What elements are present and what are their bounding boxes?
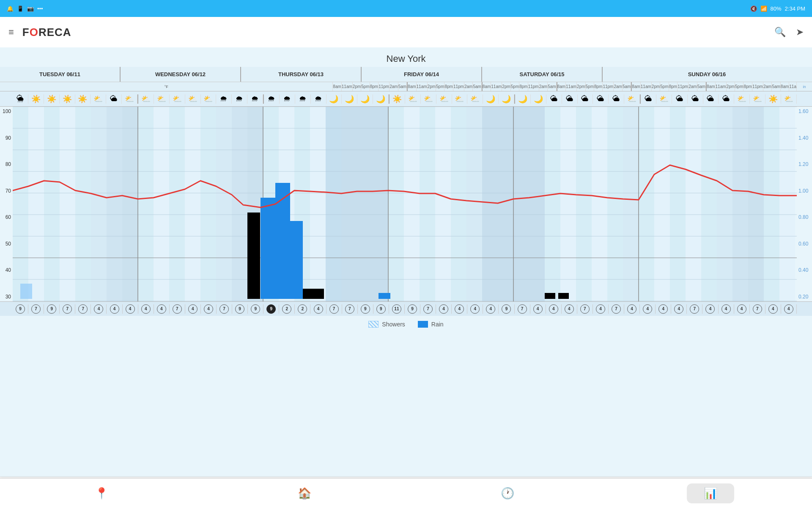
status-bar-left: 🔔 📱 📷 ••• — [7, 6, 43, 12]
svg-rect-72 — [379, 293, 390, 299]
svg-rect-11 — [185, 107, 200, 301]
search-icon[interactable]: 🔍 — [774, 27, 786, 38]
svg-rect-33 — [529, 107, 545, 301]
svg-rect-8 — [138, 107, 154, 301]
day-saturday: SATURDAY 06/15 — [482, 67, 603, 82]
svg-rect-19 — [310, 107, 326, 301]
svg-rect-46 — [732, 107, 748, 301]
chart-svg — [13, 107, 797, 301]
svg-rect-67 — [261, 198, 275, 299]
more-icon: ••• — [37, 6, 43, 12]
svg-rect-34 — [545, 107, 560, 301]
svg-rect-36 — [576, 107, 592, 301]
svg-rect-43 — [686, 107, 701, 301]
status-bar: 🔔 📱 📷 ••• 🔇 📶 80% 2:34 PM — [0, 0, 812, 17]
svg-rect-44 — [701, 107, 717, 301]
svg-rect-28 — [451, 107, 466, 301]
y-axis-right: 1.60 1.40 1.20 1.00 0.80 0.60 0.40 0.20 — [797, 107, 812, 301]
svg-rect-13 — [216, 107, 232, 301]
history-icon: 🕐 — [501, 487, 514, 500]
nav-home[interactable]: 🏠 — [281, 483, 328, 503]
nav-history[interactable]: 🕐 — [484, 483, 531, 503]
city-title: New York — [0, 47, 812, 67]
icons-row: 🌦☀️☀️☀️☀️⛅🌥⛅ ⛅⛅⛅⛅⛅🌧🌧🌧 🌧🌧🌧🌧🌙🌙🌙🌙 ☀️⛅⛅⛅⛅⛅🌙🌙… — [0, 91, 812, 107]
day-friday: FRIDAY 06/14 — [362, 67, 482, 82]
svg-rect-26 — [420, 107, 435, 301]
svg-rect-39 — [623, 107, 639, 301]
svg-rect-23 — [373, 107, 388, 301]
svg-rect-10 — [169, 107, 185, 301]
svg-rect-4 — [75, 107, 91, 301]
svg-rect-32 — [513, 107, 529, 301]
time-label: 2:34 PM — [785, 6, 805, 12]
day-thursday: THURSDAY 06/13 — [241, 67, 362, 82]
svg-rect-1 — [28, 107, 44, 301]
screen-icon: 📱 — [17, 6, 24, 12]
svg-rect-49 — [779, 107, 795, 301]
day-wednesday: WEDNESDAY 06/12 — [121, 67, 241, 82]
svg-rect-9 — [154, 107, 169, 301]
svg-rect-47 — [748, 107, 764, 301]
bottom-nav: 📍 🏠 🕐 📊 — [0, 478, 812, 508]
showers-icon — [368, 321, 379, 328]
status-bar-right: 🔇 📶 80% 2:34 PM — [750, 6, 805, 12]
legend-rain: Rain — [418, 321, 444, 328]
svg-rect-45 — [717, 107, 732, 301]
svg-rect-24 — [388, 107, 404, 301]
location-arrow-icon[interactable]: ➤ — [796, 27, 804, 38]
chart-area — [13, 107, 797, 301]
svg-rect-48 — [764, 107, 779, 301]
showers-label: Showers — [382, 321, 405, 328]
svg-rect-69 — [290, 221, 303, 299]
chart-icon: 📊 — [704, 487, 717, 500]
legend-showers: Showers — [368, 321, 405, 328]
location-icon: 📍 — [95, 487, 108, 500]
menu-icon[interactable]: ≡ — [8, 27, 14, 38]
svg-rect-41 — [654, 107, 670, 301]
home-icon: 🏠 — [298, 487, 311, 500]
svg-rect-0 — [13, 107, 28, 301]
time-row: °F 8am11am2pm5pm8pm11pm2am5am 8am11am2pm… — [0, 82, 812, 91]
svg-rect-20 — [326, 107, 341, 301]
svg-rect-74 — [558, 293, 569, 299]
svg-rect-6 — [107, 107, 122, 301]
day-sunday: SUNDAY 06/16 — [603, 67, 811, 82]
y-axis-left: 100 90 80 70 60 50 40 30 — [0, 107, 13, 301]
svg-rect-29 — [466, 107, 482, 301]
main-content: New York TUESDAY 06/11 WEDNESDAY 06/12 T… — [0, 47, 812, 478]
battery-label: 80% — [771, 6, 782, 12]
nav-bar-right: 🔍 ➤ — [774, 27, 804, 38]
svg-rect-21 — [341, 107, 357, 301]
svg-rect-66 — [247, 213, 260, 299]
nav-bar: ≡ FORECA 🔍 ➤ — [0, 17, 812, 47]
mute-icon: 🔇 — [750, 6, 757, 12]
app-logo: FORECA — [22, 26, 71, 39]
svg-rect-14 — [232, 107, 247, 301]
svg-rect-7 — [122, 107, 138, 301]
svg-rect-27 — [435, 107, 451, 301]
camera-icon: 📷 — [27, 6, 34, 12]
svg-rect-12 — [200, 107, 216, 301]
chart-wrapper[interactable]: TUESDAY 06/11 WEDNESDAY 06/12 THURSDAY 0… — [0, 67, 812, 477]
nav-location[interactable]: 📍 — [78, 483, 125, 503]
svg-rect-37 — [592, 107, 607, 301]
svg-rect-73 — [545, 293, 555, 299]
svg-rect-70 — [303, 289, 313, 299]
svg-rect-71 — [313, 289, 324, 299]
rain-label: Rain — [431, 321, 444, 328]
day-tuesday: TUESDAY 06/11 — [0, 67, 121, 82]
wifi-icon: 📶 — [760, 6, 767, 12]
svg-rect-65 — [20, 284, 32, 299]
svg-rect-25 — [404, 107, 420, 301]
notification-icon: 🔔 — [7, 6, 14, 12]
svg-rect-35 — [560, 107, 576, 301]
svg-rect-2 — [44, 107, 60, 301]
svg-rect-68 — [275, 183, 290, 299]
nav-chart[interactable]: 📊 — [687, 483, 734, 503]
svg-rect-5 — [91, 107, 107, 301]
rain-icon — [418, 321, 428, 328]
svg-rect-3 — [60, 107, 75, 301]
svg-rect-22 — [357, 107, 373, 301]
svg-rect-31 — [498, 107, 513, 301]
svg-rect-38 — [607, 107, 623, 301]
